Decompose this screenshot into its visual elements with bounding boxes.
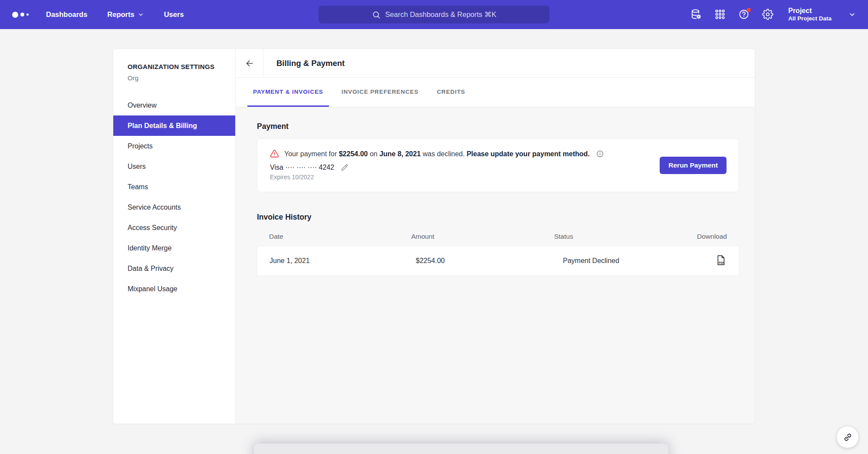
pdf-file-icon[interactable]: PDF: [715, 254, 727, 266]
billing-main: Billing & Payment PAYMENT & INVOICES INV…: [236, 49, 755, 424]
chevron-down-icon[interactable]: [848, 11, 856, 18]
payment-section-title: Payment: [257, 122, 739, 131]
alert-text: Your payment for $2254.00 on June 8, 202…: [284, 150, 590, 158]
card-expiry: Expires 10/2022: [270, 174, 604, 181]
invoice-status: Payment Declined: [563, 257, 710, 265]
search-icon: [372, 10, 381, 19]
tab-invoice-preferences[interactable]: INVOICE PREFERENCES: [336, 78, 424, 107]
settings-panel: ORGANIZATION SETTINGS Org Overview Plan …: [113, 49, 755, 424]
nav-item-label: Users: [164, 10, 184, 19]
nav-item-label: Dashboards: [46, 10, 87, 19]
alert-amount: $2254.00: [339, 150, 368, 158]
tab-credits[interactable]: CREDITS: [431, 78, 471, 107]
apps-grid-icon[interactable]: [714, 8, 726, 20]
project-switcher[interactable]: Project All Project Data: [788, 7, 832, 23]
column-header-status: Status: [554, 233, 697, 240]
invoice-table-header: Date Amount Status Download: [257, 227, 739, 246]
sidebar-nav: Overview Plan Details & Billing Projects…: [113, 95, 235, 299]
top-navbar: Dashboards Reports Users Search Dashboar…: [0, 0, 868, 29]
card-summary: Visa ···· ···· ···· 4242: [270, 164, 334, 171]
rerun-payment-button[interactable]: Rerun Payment: [660, 157, 727, 174]
page-title: Billing & Payment: [276, 59, 345, 68]
primary-nav: Dashboards Reports Users: [46, 10, 184, 19]
sidebar-item-projects[interactable]: Projects: [113, 136, 235, 156]
edit-pencil-icon[interactable]: [340, 163, 349, 172]
sidebar-item-users[interactable]: Users: [113, 156, 235, 177]
chevron-down-icon: [138, 11, 144, 18]
alert-action: Please update your payment method.: [467, 150, 590, 158]
info-icon[interactable]: [596, 150, 604, 158]
data-management-icon[interactable]: [690, 8, 702, 20]
sidebar-item-service-accounts[interactable]: Service Accounts: [113, 197, 235, 217]
nav-item-reports[interactable]: Reports: [107, 10, 144, 19]
invoice-download-cell: PDF: [710, 254, 727, 268]
sidebar-item-data-privacy[interactable]: Data & Privacy: [113, 258, 235, 279]
svg-text:PDF: PDF: [719, 261, 724, 264]
copy-link-button[interactable]: [837, 426, 858, 448]
invoice-amount: $2254.00: [416, 257, 563, 265]
column-header-date: Date: [269, 233, 411, 240]
sidebar-heading: ORGANIZATION SETTINGS: [128, 63, 235, 70]
project-switcher-label: Project: [788, 7, 832, 15]
navbar-actions: Project All Project Data: [690, 7, 856, 23]
settings-gear-icon[interactable]: [762, 8, 774, 20]
column-header-amount: Amount: [411, 233, 554, 240]
nav-item-users[interactable]: Users: [164, 10, 184, 19]
org-settings-sidebar: ORGANIZATION SETTINGS Org Overview Plan …: [113, 49, 236, 424]
sidebar-item-teams[interactable]: Teams: [113, 177, 235, 197]
org-name: Org: [128, 74, 235, 82]
search-input[interactable]: Search Dashboards & Reports ⌘K: [319, 6, 549, 23]
back-arrow-icon: [245, 59, 254, 68]
sidebar-item-plan-details-billing[interactable]: Plan Details & Billing: [113, 115, 235, 136]
project-switcher-value: All Project Data: [788, 15, 832, 23]
invoice-date: June 1, 2021: [270, 257, 416, 265]
sidebar-item-mixpanel-usage[interactable]: Mixpanel Usage: [113, 279, 235, 299]
payment-method-card: Your payment for $2254.00 on June 8, 202…: [257, 138, 739, 192]
column-header-download: Download: [697, 233, 727, 240]
mixpanel-logo-icon[interactable]: [12, 12, 29, 18]
link-icon: [843, 432, 853, 442]
help-notification-badge: [746, 8, 751, 12]
billing-tabs: PAYMENT & INVOICES INVOICE PREFERENCES C…: [236, 78, 755, 107]
warning-icon: [270, 149, 279, 159]
search-placeholder: Search Dashboards & Reports ⌘K: [385, 10, 496, 19]
nav-item-label: Reports: [107, 10, 134, 19]
nav-item-dashboards[interactable]: Dashboards: [46, 10, 87, 19]
back-button[interactable]: [236, 49, 263, 77]
tab-payment-invoices[interactable]: PAYMENT & INVOICES: [247, 78, 329, 107]
sidebar-item-access-security[interactable]: Access Security: [113, 217, 235, 238]
tab-content: Payment Your payment for $2254.00 on Jun…: [236, 107, 755, 424]
page-header: Billing & Payment: [236, 49, 755, 78]
invoice-table-row: June 1, 2021 $2254.00 Payment Declined P…: [257, 246, 739, 276]
invoice-history-title: Invoice History: [257, 213, 739, 222]
bottom-sheet-shadow: [254, 444, 668, 454]
payment-method-details: Your payment for $2254.00 on June 8, 202…: [270, 149, 604, 182]
sidebar-item-overview[interactable]: Overview: [113, 95, 235, 115]
payment-declined-alert: Your payment for $2254.00 on June 8, 202…: [270, 149, 604, 159]
sidebar-item-identity-merge[interactable]: Identity Merge: [113, 238, 235, 258]
help-icon[interactable]: [738, 8, 750, 20]
card-on-file: Visa ···· ···· ···· 4242: [270, 163, 604, 172]
alert-date: June 8, 2021: [379, 150, 421, 158]
